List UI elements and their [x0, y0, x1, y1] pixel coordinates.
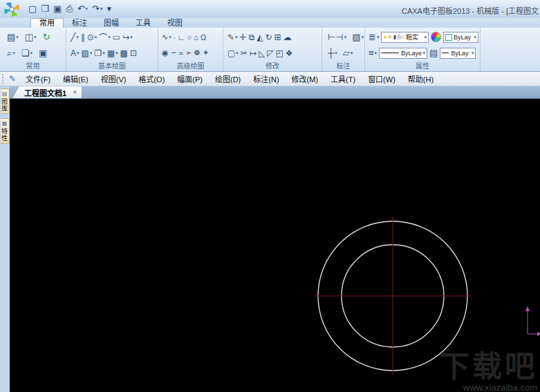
chamfer-button[interactable]: ◸	[267, 46, 273, 60]
menu-item-2[interactable]: 视图(V)	[95, 73, 133, 84]
gear-button[interactable]: ✶	[203, 46, 209, 60]
linetype-scale-button[interactable]: ▤	[429, 46, 438, 60]
layer-frozen-sun-icon: ☀	[387, 35, 392, 40]
rectangle-button[interactable]: ▭	[113, 30, 120, 44]
pan-view-icon: ❏	[21, 48, 30, 58]
copy-object-button[interactable]: ⧉	[249, 30, 255, 44]
mirror-button[interactable]: ◭	[257, 30, 263, 44]
color-select-value: ByLay	[454, 34, 472, 41]
layer-select[interactable]: ● ☀ ▮ ⎙ □ 粗实 ▾	[381, 32, 429, 43]
hatch-button[interactable]: ▨▾	[82, 46, 93, 60]
chevron-down-icon: ▾	[377, 35, 380, 40]
menu-item-6[interactable]: 标注(N)	[247, 73, 285, 84]
ribbon-tab-3[interactable]: 工具	[127, 18, 159, 28]
menu-item-5[interactable]: 绘图(D)	[209, 73, 247, 84]
toolbar-grip[interactable]	[2, 74, 6, 84]
table-button[interactable]: ▦▾	[107, 46, 118, 60]
close-icon[interactable]: ×	[73, 88, 77, 96]
menu-item-3[interactable]: 格式(O)	[132, 73, 171, 84]
menu-item-8[interactable]: 工具(T)	[324, 73, 362, 84]
scale-button[interactable]: ▢▾	[227, 46, 239, 60]
move-button[interactable]: ✛	[240, 30, 247, 44]
ribbon-tab-4[interactable]: 视图	[159, 18, 191, 28]
polyline-button[interactable]: ↪▾	[122, 30, 133, 44]
inner-circle[interactable]	[342, 245, 444, 347]
save-button[interactable]: ▣	[51, 2, 64, 15]
coordinate-dimension-icon: ┼	[328, 48, 334, 58]
menu-items: 文件(F)编辑(E)视图(V)格式(O)幅面(P)绘图(D)标注(N)修改(M)…	[19, 73, 440, 84]
erase-button[interactable]: ✎▾	[227, 30, 238, 44]
print-button[interactable]: ⎙	[64, 2, 75, 15]
zoom-button[interactable]: ⌕▾	[7, 46, 15, 60]
redraw-button[interactable]: ▣	[39, 46, 47, 60]
side-panel-tab-1[interactable]: ▦特性	[1, 118, 10, 144]
ribbon-tab-1[interactable]: 标注	[64, 18, 95, 28]
ribbon-tab-2[interactable]: 图幅	[95, 18, 127, 28]
copy-button[interactable]: ◫▾	[25, 30, 37, 44]
ole-object-button[interactable]: ↻	[43, 30, 50, 44]
hole-button[interactable]: Ω	[201, 30, 206, 44]
menu-item-4[interactable]: 幅面(P)	[171, 73, 209, 84]
ribbon-tab-0[interactable]: 常用	[30, 18, 64, 28]
circle-button[interactable]: ⊙▾	[87, 30, 97, 44]
linetype-select[interactable]: ByLayer ▾	[379, 48, 427, 59]
block-button[interactable]: ❐▾	[94, 46, 104, 60]
array-button[interactable]: ⊞	[274, 30, 281, 44]
profile-button[interactable]: ☸	[194, 46, 201, 60]
leader-annotation-button[interactable]: ▧▾	[352, 30, 364, 44]
customize-quick-access-button[interactable]: ▾	[105, 2, 114, 15]
break-button[interactable]: ◰	[275, 46, 283, 60]
solid-fill-button[interactable]: ▩	[120, 46, 128, 60]
pan-view-button[interactable]: ❏▾	[21, 46, 32, 60]
text-button[interactable]: A▾	[71, 46, 80, 60]
outer-circle[interactable]	[318, 221, 467, 371]
polygon-button[interactable]: ⌂	[194, 30, 198, 44]
dimension-button[interactable]: ⊢⊣▾	[328, 30, 346, 44]
spline-button[interactable]: ∿▾	[162, 30, 171, 44]
parallel-line-button[interactable]: ∥	[81, 30, 85, 44]
angle-line-button[interactable]: ∟	[178, 30, 185, 44]
wave-line-button[interactable]: ∽	[171, 46, 177, 60]
rotate-button[interactable]: ↻	[265, 30, 272, 44]
revision-cloud-button[interactable]: ☁	[283, 30, 292, 44]
hole-icon: Ω	[201, 33, 206, 41]
color-select[interactable]: ByLay ▾	[443, 32, 478, 43]
ellipse-button[interactable]: ○	[187, 30, 192, 44]
linetype-scale-icon: ▤	[429, 48, 438, 58]
menu-item-0[interactable]: 文件(F)	[19, 73, 57, 84]
fillet-button[interactable]: ◺	[259, 46, 265, 60]
color-picker-button[interactable]	[431, 30, 441, 44]
trim-button[interactable]: ✂	[241, 46, 248, 60]
menu-item-9[interactable]: 窗口(W)	[362, 73, 402, 84]
new-document-button[interactable]: ▢	[26, 2, 39, 15]
zigzag-line-button[interactable]: ≈	[179, 46, 183, 60]
undo-button[interactable]: ↶▾	[75, 2, 90, 15]
lineweight-button[interactable]: ≡ ▾	[369, 46, 377, 60]
ribbon-group-label: 标注	[324, 61, 363, 71]
menu-item-7[interactable]: 修改(M)	[286, 73, 325, 84]
paste-button[interactable]: ▤▾	[7, 30, 19, 44]
extend-button[interactable]: ↦	[250, 46, 257, 60]
drawing-canvas[interactable]: 下载吧 www.xiazaiba.com	[10, 99, 540, 392]
line-button[interactable]: ╱▾	[71, 30, 79, 44]
image-button[interactable]: ⊡	[130, 46, 137, 60]
layer-manager-icon[interactable]: ≣ ▾	[369, 30, 379, 44]
open-button[interactable]: ❒	[39, 2, 51, 15]
explode-button[interactable]: ❖	[286, 46, 293, 60]
arc-button[interactable]: ⌒▾	[99, 30, 111, 44]
menu-item-1[interactable]: 编辑(E)	[57, 73, 95, 84]
coordinate-dimension-button[interactable]: ┼▾	[328, 46, 337, 60]
helix-button[interactable]: ◉	[162, 46, 169, 60]
point-button[interactable]: ∙	[174, 30, 176, 44]
dimension-edit-button[interactable]: ▱▾	[343, 46, 353, 60]
chevron-down-icon: ▾	[351, 50, 353, 56]
redo-button[interactable]: ↷▾	[90, 2, 104, 15]
chevron-down-icon: ▾	[472, 50, 474, 56]
document-tab-0[interactable]: 工程图文档1×	[12, 86, 82, 98]
side-panel-tab-0[interactable]: ▤图库	[1, 88, 10, 114]
menu-item-10[interactable]: 帮助(H)	[402, 73, 440, 84]
document-area: 工程图文档1× 下载吧 www.xiazaiba.com	[10, 86, 540, 392]
copy-object-icon: ⧉	[249, 32, 255, 42]
linestyle-select[interactable]: ByLay ▾	[440, 48, 476, 59]
arrow-button[interactable]: ➢	[185, 46, 192, 60]
